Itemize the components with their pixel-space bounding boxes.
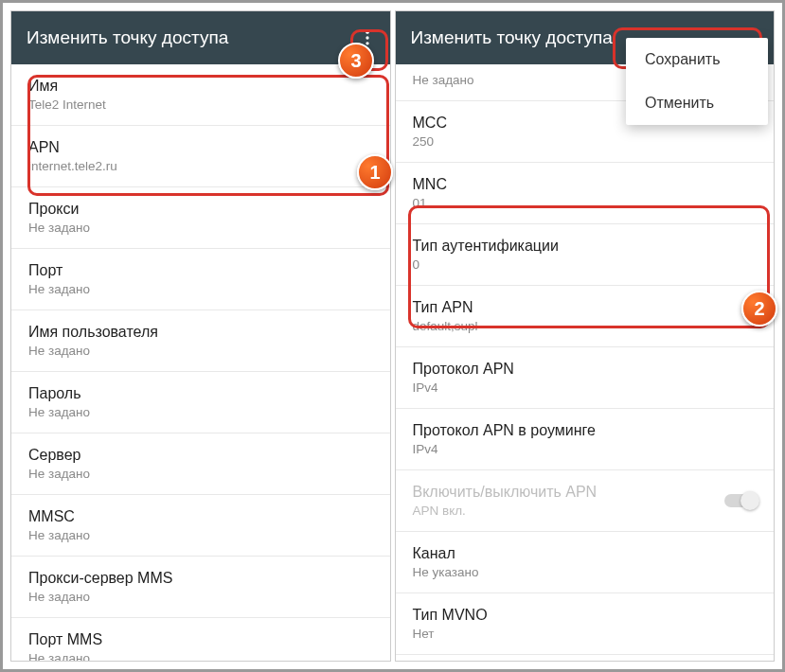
item-label: Имя пользователя bbox=[28, 324, 373, 341]
item-value: 250 bbox=[413, 134, 758, 149]
item-value: default,supl bbox=[413, 319, 758, 333]
item-label: MNC bbox=[413, 176, 758, 193]
item-value: Не указано bbox=[413, 565, 758, 579]
item-label: Протокол APN в роуминге bbox=[413, 422, 758, 439]
item-value: Не задано bbox=[28, 344, 373, 358]
list-item: Значение MVNOНе задано bbox=[396, 655, 775, 661]
svg-point-1 bbox=[366, 36, 368, 39]
item-value: Нет bbox=[413, 627, 758, 641]
item-value: Не задано bbox=[28, 467, 373, 481]
screen-right: Изменить точку доступа Не заданоMCC250MN… bbox=[395, 10, 776, 662]
item-value: Не задано bbox=[28, 405, 373, 419]
item-label: Тип MVNO bbox=[413, 607, 758, 624]
item-label: Имя bbox=[28, 78, 373, 95]
item-label: Пароль bbox=[28, 385, 373, 402]
more-button[interactable] bbox=[350, 21, 384, 55]
item-label: Порт MMS bbox=[28, 631, 373, 648]
item-label: Тип APN bbox=[413, 299, 758, 316]
list-item[interactable]: Тип аутентификации0 bbox=[396, 224, 775, 286]
list-item[interactable]: MNC01 bbox=[396, 163, 775, 224]
topbar-left: Изменить точку доступа bbox=[11, 11, 390, 64]
item-label: APN bbox=[28, 139, 373, 156]
item-value: Не задано bbox=[28, 528, 373, 542]
list-item[interactable]: Прокси-сервер MMSНе задано bbox=[11, 557, 390, 618]
list-item: Включить/выключить APNAPN вкл. bbox=[396, 470, 775, 532]
item-label: Сервер bbox=[28, 447, 373, 464]
item-value: IPv4 bbox=[413, 380, 758, 395]
overflow-menu: Сохранить Отменить bbox=[626, 38, 768, 125]
list-item[interactable]: ПарольНе задано bbox=[11, 372, 390, 433]
list-item[interactable]: Тип MVNOНет bbox=[396, 593, 775, 655]
item-label: Протокол APN bbox=[413, 361, 758, 378]
item-value: internet.tele2.ru bbox=[28, 159, 373, 173]
list-item[interactable]: Порт MMSНе задано bbox=[11, 618, 390, 661]
page-title: Изменить точку доступа bbox=[27, 27, 228, 48]
list-item[interactable]: MMSCНе задано bbox=[11, 495, 390, 557]
item-label: Порт bbox=[28, 262, 373, 279]
item-value: Не задано bbox=[28, 282, 373, 296]
cancel-menu-item[interactable]: Отменить bbox=[626, 81, 768, 125]
item-value: 01 bbox=[413, 196, 758, 210]
settings-list-left: ИмяTele2 InternetAPNinternet.tele2.ruПро… bbox=[11, 64, 390, 661]
list-item[interactable]: СерверНе задано bbox=[11, 433, 390, 495]
item-value: Не задано bbox=[28, 651, 373, 661]
item-value: APN вкл. bbox=[413, 504, 758, 518]
list-item[interactable]: ПроксиНе задано bbox=[11, 187, 390, 249]
save-menu-item[interactable]: Сохранить bbox=[626, 38, 768, 81]
item-label: Включить/выключить APN bbox=[413, 484, 758, 501]
more-vert-icon bbox=[358, 28, 377, 47]
item-label: Прокси-сервер MMS bbox=[28, 570, 373, 587]
item-value: 0 bbox=[413, 257, 758, 272]
item-value: Tele2 Internet bbox=[28, 97, 373, 112]
list-item[interactable]: Протокол APN в роумингеIPv4 bbox=[396, 409, 775, 470]
item-label: Тип аутентификации bbox=[413, 238, 758, 255]
item-value: Не задано bbox=[28, 590, 373, 604]
svg-point-0 bbox=[366, 31, 368, 34]
list-item[interactable]: APNinternet.tele2.ru bbox=[11, 126, 390, 187]
page-title: Изменить точку доступа bbox=[411, 27, 613, 48]
list-item[interactable]: Тип APNdefault,supl bbox=[396, 286, 775, 347]
item-value: IPv4 bbox=[413, 442, 758, 456]
item-label: Канал bbox=[413, 545, 758, 562]
svg-point-2 bbox=[366, 42, 368, 44]
apn-toggle[interactable] bbox=[724, 494, 757, 507]
list-item[interactable]: КаналНе указано bbox=[396, 532, 775, 593]
item-value: Не задано bbox=[28, 221, 373, 235]
item-label: MMSC bbox=[28, 508, 373, 525]
settings-list-right: Не заданоMCC250MNC01Тип аутентификации0Т… bbox=[396, 64, 775, 661]
list-item[interactable]: Протокол APNIPv4 bbox=[396, 347, 775, 409]
list-item[interactable]: Имя пользователяНе задано bbox=[11, 310, 390, 372]
list-item[interactable]: ПортНе задано bbox=[11, 249, 390, 310]
item-label: Прокси bbox=[28, 201, 373, 218]
list-item[interactable]: ИмяTele2 Internet bbox=[11, 64, 390, 126]
screen-left: Изменить точку доступа ИмяTele2 Internet… bbox=[10, 10, 391, 662]
